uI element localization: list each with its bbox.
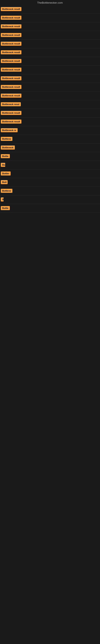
result-row: Bo <box>0 161 100 170</box>
results-list: Bottleneck resultBottleneck resultBottle… <box>0 5 100 213</box>
bottleneck-badge[interactable]: Bottleneck re <box>1 128 18 132</box>
result-row: Bottlene <box>0 135 100 144</box>
result-row: Bottleneck result <box>0 57 100 66</box>
result-row: Bottleneck result <box>0 83 100 92</box>
result-row: Bottleneck result <box>0 5 100 14</box>
result-row: Bottleneck result <box>0 48 100 57</box>
result-row: Bottleneck result <box>0 74 100 83</box>
bottleneck-badge[interactable]: Bottleneck result <box>1 68 21 72</box>
bottleneck-badge[interactable]: Bottleneck result <box>1 24 21 28</box>
result-row: Bott <box>0 178 100 187</box>
bottleneck-badge[interactable]: Bott <box>1 180 8 184</box>
bottleneck-badge[interactable]: Bottleneck result <box>1 33 21 37</box>
bottleneck-badge[interactable]: Bottleneck result <box>1 16 21 20</box>
bottleneck-badge[interactable]: Bottleneck result <box>1 120 21 124</box>
result-row: Bottle <box>0 204 100 213</box>
result-row: Bottleneck result <box>0 40 100 48</box>
bottleneck-badge[interactable]: Bottleneck result <box>1 42 21 46</box>
result-row: Bottleneck result <box>0 109 100 118</box>
result-row: Bottleneck result <box>0 14 100 22</box>
result-row: Bottleneck resul <box>0 100 100 109</box>
result-row: Bottleneck result <box>0 66 100 74</box>
bottleneck-badge[interactable]: Bottleneck result <box>1 85 21 89</box>
site-header: TheBottlenecker.com <box>0 0 100 5</box>
result-row: Bottleneck result <box>0 22 100 31</box>
bottleneck-badge[interactable]: Bottler <box>1 172 11 176</box>
bottleneck-badge[interactable]: Bottleneck result <box>1 50 21 54</box>
result-row: Bottleneck re <box>0 126 100 135</box>
bottleneck-badge[interactable]: Bottleneck <box>1 146 15 150</box>
bottleneck-badge[interactable]: Bottle <box>1 154 10 158</box>
result-row: Bottleneck result <box>0 31 100 40</box>
bottleneck-badge[interactable]: Bottleneck result <box>1 7 21 11</box>
bottleneck-badge[interactable]: Bottlene <box>1 189 12 193</box>
result-row: Bottleneck result <box>0 118 100 126</box>
bottleneck-badge[interactable]: Bottleneck result <box>1 94 21 98</box>
result-row: B <box>0 196 100 204</box>
result-row: Bottlene <box>0 187 100 196</box>
bottleneck-badge[interactable]: Bottle <box>1 206 10 210</box>
bottleneck-badge[interactable]: Bottleneck result <box>1 59 21 63</box>
bottleneck-badge[interactable]: Bottleneck result <box>1 111 21 115</box>
bottleneck-badge[interactable]: Bottleneck result <box>1 76 21 80</box>
site-title: TheBottlenecker.com <box>0 0 100 5</box>
result-row: Bottleneck result <box>0 92 100 100</box>
bottleneck-badge[interactable]: Bo <box>1 163 5 167</box>
result-row: Bottleneck <box>0 144 100 152</box>
bottleneck-badge[interactable]: B <box>1 198 3 202</box>
result-row: Bottler <box>0 170 100 178</box>
bottleneck-badge[interactable]: Bottlene <box>1 137 12 141</box>
result-row: Bottle <box>0 152 100 161</box>
bottleneck-badge[interactable]: Bottleneck resul <box>1 102 21 106</box>
